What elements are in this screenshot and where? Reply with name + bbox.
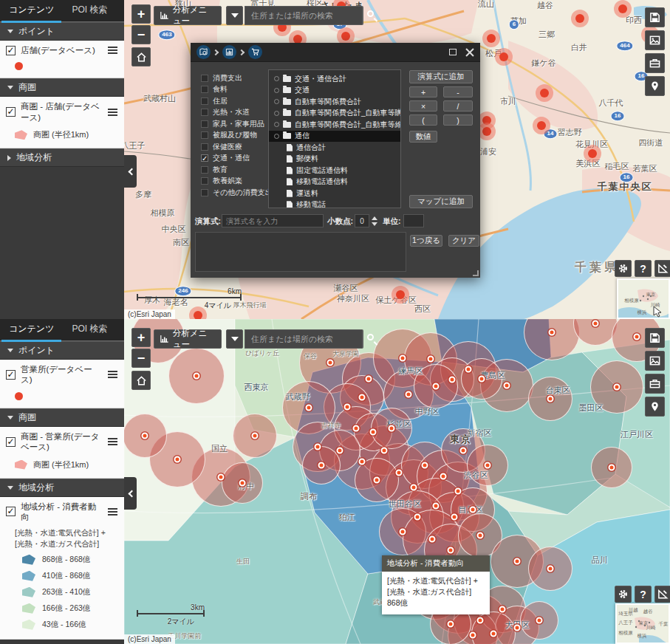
checkbox-icon[interactable] bbox=[201, 166, 208, 174]
operator-close-paren-button[interactable]: ) bbox=[443, 114, 473, 126]
tree-item[interactable]: 自動車等関係費合計 bbox=[269, 96, 400, 108]
layer-checkbox[interactable]: ✓ bbox=[6, 437, 16, 447]
operator-minus-button[interactable]: - bbox=[443, 86, 473, 97]
analysis-menu-button[interactable]: 分析メニュー bbox=[154, 6, 222, 25]
category-item[interactable]: 教養娯楽 bbox=[201, 176, 269, 188]
layer-checkbox[interactable]: ✓ bbox=[6, 370, 16, 380]
home-button[interactable] bbox=[131, 371, 151, 390]
layer-menu-icon[interactable] bbox=[108, 46, 118, 55]
add-expression-button[interactable]: 演算式に追加 bbox=[409, 70, 473, 83]
layer-menu-icon[interactable] bbox=[108, 507, 118, 516]
image-export-button[interactable] bbox=[645, 30, 665, 50]
expression-textarea[interactable] bbox=[195, 232, 406, 272]
image-export-button[interactable] bbox=[645, 351, 665, 371]
menu-dropdown-button[interactable] bbox=[226, 6, 243, 25]
undo-step-button[interactable]: 1つ戻る bbox=[410, 235, 442, 247]
search-input[interactable] bbox=[245, 6, 362, 25]
operator-multiply-button[interactable]: × bbox=[409, 100, 437, 112]
add-to-map-button[interactable]: マップに追加 bbox=[409, 195, 473, 208]
section-trade-area[interactable]: 商圏 bbox=[0, 408, 124, 427]
maximize-icon[interactable] bbox=[449, 49, 457, 55]
tree-item[interactable]: 通信 bbox=[269, 131, 400, 143]
tree-item[interactable]: 自動車等関係費合計_自動車等維持 bbox=[269, 119, 400, 131]
decimal-input[interactable] bbox=[355, 214, 369, 227]
expression-name-input[interactable] bbox=[222, 214, 324, 227]
tree-item[interactable]: 自動車等関係費合計_自動車等購入 bbox=[269, 108, 400, 120]
zoom-out-button[interactable]: − bbox=[131, 349, 151, 368]
tree-item[interactable]: 郵便料 bbox=[269, 154, 400, 165]
category-item[interactable]: ✓交通・通信 bbox=[201, 153, 269, 165]
tree-item[interactable]: 交通・通信合計 bbox=[269, 73, 400, 85]
tree-item[interactable]: 移動電話通信料 bbox=[269, 177, 400, 188]
tree-item[interactable]: 通信合計 bbox=[269, 142, 400, 154]
decimal-stepper[interactable] bbox=[370, 214, 379, 227]
save-button[interactable] bbox=[645, 7, 665, 27]
settings-button[interactable] bbox=[615, 586, 632, 603]
checkbox-icon[interactable] bbox=[201, 109, 208, 116]
step-map-search-icon[interactable] bbox=[196, 45, 211, 59]
tree-item[interactable]: 運送料 bbox=[269, 188, 400, 199]
measure-button[interactable] bbox=[654, 260, 670, 277]
section-trade-area[interactable]: 商圏 bbox=[0, 78, 124, 97]
bottom-map-canvas[interactable]: ひばりヶ丘保谷大泉学園西東京武蔵野吉祥寺練馬区豊島区中野区杉並区新宿区東京渋谷区… bbox=[124, 319, 670, 644]
tab-poi-search[interactable]: POI 検索 bbox=[63, 319, 116, 340]
section-points[interactable]: ポイント bbox=[0, 22, 124, 41]
zoom-in-button[interactable]: + bbox=[131, 328, 151, 347]
save-button[interactable] bbox=[645, 328, 665, 348]
category-item[interactable]: 光熱・水道 bbox=[201, 107, 269, 119]
checkbox-icon[interactable] bbox=[201, 189, 208, 196]
zoom-in-button[interactable]: + bbox=[131, 4, 151, 24]
layer-checkbox[interactable]: ✓ bbox=[6, 107, 16, 117]
layer-checkbox[interactable]: ✓ bbox=[6, 46, 16, 55]
search-button[interactable] bbox=[362, 329, 363, 349]
category-item[interactable]: 被服及び履物 bbox=[201, 130, 269, 142]
toolbox-button[interactable] bbox=[645, 53, 665, 73]
category-item[interactable]: 食料 bbox=[201, 84, 269, 96]
analysis-menu-button[interactable]: 分析メニュー bbox=[154, 329, 222, 349]
checkbox-icon[interactable] bbox=[201, 177, 208, 185]
home-button[interactable] bbox=[131, 47, 151, 66]
operator-open-paren-button[interactable]: ( bbox=[409, 114, 437, 126]
operator-divide-button[interactable]: / bbox=[443, 100, 473, 112]
checkbox-icon[interactable] bbox=[201, 97, 208, 105]
stepper-down-icon[interactable] bbox=[372, 222, 377, 226]
overview-inset-map[interactable]: 埼玉県川越越谷八王子東京川崎千葉相模原横浜 bbox=[615, 603, 670, 644]
zoom-out-button[interactable]: − bbox=[131, 25, 151, 44]
tree-item[interactable]: 移動電話 bbox=[269, 199, 400, 209]
category-item[interactable]: 保健医療 bbox=[201, 141, 269, 153]
checkbox-icon[interactable]: ✓ bbox=[201, 154, 208, 162]
sidebar-collapse-button[interactable] bbox=[124, 477, 137, 510]
stepper-up-icon[interactable] bbox=[372, 216, 377, 220]
clear-button[interactable]: クリア bbox=[448, 235, 479, 247]
menu-dropdown-button[interactable] bbox=[226, 329, 243, 349]
search-input[interactable] bbox=[245, 329, 362, 349]
category-item[interactable]: 教育 bbox=[201, 164, 269, 176]
checkbox-icon[interactable] bbox=[201, 86, 208, 93]
layer-menu-icon[interactable] bbox=[108, 370, 118, 379]
checkbox-icon[interactable] bbox=[201, 75, 208, 82]
help-button[interactable]: ? bbox=[635, 260, 652, 277]
checkbox-icon[interactable] bbox=[201, 131, 208, 139]
close-icon[interactable] bbox=[465, 48, 474, 57]
sidebar-collapse-button[interactable] bbox=[124, 155, 137, 188]
section-area-analysis[interactable]: 地域分析 bbox=[0, 148, 124, 167]
category-item[interactable]: その他の消費支出 bbox=[201, 187, 269, 199]
tree-item[interactable]: 交通 bbox=[269, 85, 400, 97]
layer-checkbox[interactable]: ✓ bbox=[6, 507, 16, 516]
category-item[interactable]: 消費支出 bbox=[201, 72, 269, 84]
checkbox-icon[interactable] bbox=[201, 120, 208, 128]
checkbox-icon[interactable] bbox=[201, 143, 208, 151]
operator-plus-button[interactable]: + bbox=[409, 86, 437, 97]
location-pin-button[interactable] bbox=[645, 397, 665, 417]
step-cart-icon[interactable] bbox=[248, 45, 262, 59]
category-item[interactable]: 住居 bbox=[201, 95, 269, 107]
layer-menu-icon[interactable] bbox=[108, 437, 118, 446]
category-item[interactable]: 家具・家事用品 bbox=[201, 118, 269, 130]
tab-poi-search[interactable]: POI 検索 bbox=[63, 0, 116, 21]
numeric-button[interactable]: 数値 bbox=[409, 131, 437, 143]
layer-menu-icon[interactable] bbox=[108, 108, 118, 117]
toolbox-button[interactable] bbox=[645, 374, 665, 394]
tab-contents[interactable]: コンテンツ bbox=[0, 319, 63, 340]
section-area-analysis[interactable]: 地域分析 bbox=[0, 479, 124, 497]
dialog-resize-handle[interactable] bbox=[473, 270, 479, 276]
